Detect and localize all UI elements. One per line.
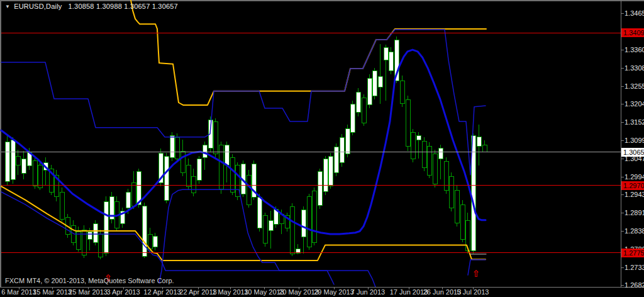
price-axis-label: 1.30995 (625, 137, 644, 145)
price-axis-label: 1.34655 (625, 9, 644, 18)
red-level-price-box: 1.34090 (621, 28, 644, 37)
candles-layer (5, 36, 487, 260)
window-left-border (0, 0, 1, 287)
time-axis-label: 22 Apr 2013 (179, 288, 216, 296)
price-axis-label: 1.32555 (625, 82, 644, 91)
time-axis-label: 7 Jun 2013 (351, 288, 385, 296)
band-line (1, 192, 375, 287)
red-level-price-box: 1.27759 (621, 249, 644, 257)
price-axis-label: 1.27335 (625, 264, 644, 272)
time-axis-label: 29 May 2013 (314, 288, 354, 296)
price-axis-label: 1.26825 (625, 281, 644, 289)
chart-symbol-period: EURUSD,Daily (14, 3, 62, 10)
time-axis-label: 25 Mar 2013 (69, 288, 108, 296)
gold-stop-line (131, 0, 486, 105)
time-axis-label: 17 Jun 2013 (390, 288, 428, 296)
time-axis-label: 20 May 2013 (279, 288, 319, 296)
chart-ohlc-values: 1.30858 1.30988 1.30657 1.30657 (68, 3, 177, 10)
mt4-chart-window: ⇧⇧ ▼EURUSD,Daily1.30858 1.30988 1.30657 … (0, 0, 644, 297)
time-axis-label: 6 Mar 2013 (1, 288, 36, 296)
current-price-box: 1.30657 (621, 148, 644, 157)
price-axis-label: 1.28385 (625, 227, 644, 235)
price-axis-label: 1.29945 (625, 173, 644, 181)
time-axis-label: 15 Mar 2013 (33, 288, 72, 296)
chevron-down-icon[interactable]: ▼ (5, 4, 10, 9)
time-axis-label: 26 Jun 2013 (423, 288, 462, 296)
price-axis-label: 1.28910 (625, 209, 644, 217)
time-axis-label: 5 Jul 2013 (457, 288, 489, 296)
time-axis-label: 3 Apr 2013 (106, 288, 140, 296)
price-chart[interactable]: ⇧⇧ (0, 0, 644, 297)
red-level-price-box: 1.29701 (621, 181, 644, 190)
price-axis-label: 1.32045 (625, 100, 644, 108)
price-axis-label: 1.33080 (625, 64, 644, 72)
price-axis-label: 1.31520 (625, 118, 644, 126)
price-axis-label: 1.29435 (625, 191, 644, 199)
buy-arrow-icon: ⇧ (472, 268, 480, 279)
time-axis-label: 1 May 2013 (212, 288, 248, 296)
window-top-border (0, 0, 644, 1)
time-axis-label: 12 Apr 2013 (143, 288, 180, 296)
chart-title: ▼EURUSD,Daily1.30858 1.30988 1.30657 1.3… (5, 3, 178, 10)
price-axis-label: 1.33605 (625, 46, 644, 54)
copyright-text: FXCM MT4, © 2001-2013, MetaQuotes Softwa… (5, 277, 174, 284)
gold-stop-line (1, 186, 486, 261)
